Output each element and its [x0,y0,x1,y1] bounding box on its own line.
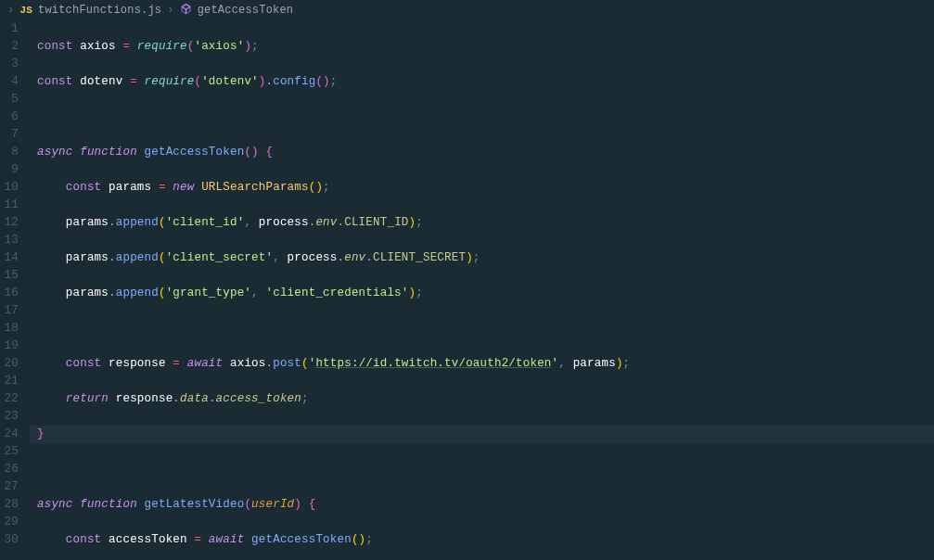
breadcrumb[interactable]: › JS twitchFunctions.js › getAccessToken [0,0,934,20]
chevron-right-icon: › [7,4,14,17]
code-area[interactable]: const axios = require('axios'); const do… [30,20,934,560]
breadcrumb-symbol[interactable]: getAccessToken [198,4,294,17]
method-icon [180,3,192,19]
line-number-gutter: 123 456 789 101112 131415 161718 192021 … [0,20,30,560]
js-file-icon: JS [19,5,32,16]
chevron-right-icon: › [167,4,173,17]
code-editor[interactable]: 123 456 789 101112 131415 161718 192021 … [0,20,934,560]
breadcrumb-file[interactable]: twitchFunctions.js [38,4,161,17]
